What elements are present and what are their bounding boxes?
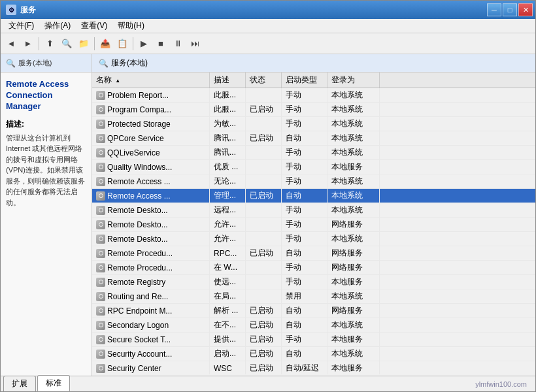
row-startup: 自动 (282, 304, 327, 318)
restart-button[interactable]: ⏭ (187, 36, 203, 52)
table-row[interactable]: Secondary Logon在不...已启动自动本地系统 (92, 318, 535, 333)
stop-button[interactable]: ■ (153, 36, 169, 52)
table-row[interactable]: Security Account...启动...已启动自动本地系统 (92, 347, 535, 361)
service-name-text: Security Center (107, 364, 161, 373)
row-status: 已启动 (246, 304, 282, 318)
service-icon (96, 91, 105, 100)
row-name-cell: RPC Endpoint M... (92, 304, 210, 318)
row-logon: 本地系统 (327, 203, 380, 217)
table-row[interactable]: QQLiveService腾讯...手动本地系统 (92, 146, 535, 160)
minimize-button[interactable]: ─ (487, 3, 501, 16)
row-logon: 本地系统 (327, 174, 380, 188)
col-desc[interactable]: 描述 (210, 73, 246, 88)
row-desc: 在局... (210, 289, 246, 303)
close-button[interactable]: ✕ (518, 3, 533, 16)
table-row[interactable]: Routing and Re...在局...禁用本地系统 (92, 289, 535, 304)
table-row[interactable]: Remote Deskto...远程...手动本地系统 (92, 203, 535, 218)
folder-button[interactable]: 📁 (76, 36, 92, 52)
row-status (246, 88, 282, 102)
table-row[interactable]: Quality Windows...优质 ...手动本地服务 (92, 160, 535, 174)
properties-button[interactable]: 📋 (114, 36, 130, 52)
search-button[interactable]: 🔍 (59, 36, 75, 52)
col-name[interactable]: 名称 ▲ (92, 73, 210, 88)
menu-action[interactable]: 操作(A) (39, 19, 76, 33)
row-status (246, 203, 282, 217)
table-row[interactable]: Remote Access ...管理...已启动自动本地系统 (92, 189, 535, 203)
row-logon: 本地系统 (327, 318, 380, 332)
forward-button[interactable]: ► (20, 36, 36, 52)
pause-button[interactable]: ⏸ (170, 36, 186, 52)
row-name-cell: Remote Deskto... (92, 203, 210, 217)
row-name-cell: Remote Procedu... (92, 246, 210, 260)
service-icon (96, 191, 105, 201)
service-icon (96, 335, 105, 344)
title-controls: ─ □ ✕ (487, 3, 533, 16)
row-startup: 手动 (282, 160, 327, 174)
table-row[interactable]: Secure Socket T...提供...已启动手动本地服务 (92, 333, 535, 347)
title-bar-left: ⚙ 服务 (6, 5, 36, 16)
window-icon: ⚙ (6, 5, 16, 15)
row-desc: 无论... (210, 174, 246, 188)
service-name-text: Remote Registry (107, 278, 165, 287)
table-row[interactable]: Remote Procedu...在 W...手动网络服务 (92, 261, 535, 275)
row-name-cell: Protected Storage (92, 117, 210, 131)
row-desc: 启动... (210, 347, 246, 361)
table-row[interactable]: Remote Procedu...RPC...已启动自动网络服务 (92, 246, 535, 261)
service-name-text: Quality Windows... (107, 163, 172, 172)
menu-file[interactable]: 文件(F) (3, 19, 39, 33)
table-row[interactable]: Problem Report...此服...手动本地系统 (92, 88, 535, 103)
table-row[interactable]: Program Compa...此服...已启动手动本地系统 (92, 103, 535, 117)
export-button[interactable]: 📤 (97, 36, 113, 52)
row-desc: 此服... (210, 88, 246, 102)
up-button[interactable]: ⬆ (42, 36, 58, 52)
row-status: 已启动 (246, 318, 282, 332)
table-row[interactable]: Remote Access ...无论...手动本地系统 (92, 174, 535, 189)
row-logon: 本地系统 (327, 189, 380, 203)
play-button[interactable]: ▶ (136, 36, 152, 52)
left-panel-title: 服务(本地) (18, 58, 52, 68)
table-row[interactable]: Protected Storage为敏...手动本地系统 (92, 117, 535, 131)
service-icon (96, 350, 105, 359)
table-row[interactable]: RPC Endpoint M...解析 ...已启动自动网络服务 (92, 304, 535, 318)
menu-bar: 文件(F) 操作(A) 查看(V) 帮助(H) (1, 19, 535, 33)
left-panel: 🔍 服务(本地) Remote Access Connection Manage… (1, 54, 92, 376)
tab-standard[interactable]: 标准 (37, 375, 70, 391)
service-name-text: Program Compa... (107, 105, 171, 114)
toolbar-separator-3 (133, 37, 133, 50)
table-row[interactable]: Remote Registry使远...手动本地服务 (92, 275, 535, 289)
tab-expand[interactable]: 扩展 (3, 376, 36, 391)
back-button[interactable]: ◄ (3, 36, 19, 52)
row-logon: 网络服务 (327, 246, 380, 260)
row-startup: 手动 (282, 174, 327, 188)
row-status (246, 261, 282, 274)
service-icon (96, 292, 105, 301)
service-icon (96, 105, 105, 114)
row-logon: 本地系统 (327, 131, 380, 145)
col-logon[interactable]: 登录为 (327, 73, 380, 88)
menu-help[interactable]: 帮助(H) (112, 19, 150, 33)
right-panel-search-icon: 🔍 (99, 59, 109, 68)
toolbar-separator-2 (94, 37, 95, 50)
row-logon: 本地系统 (327, 232, 380, 246)
table-body[interactable]: Problem Report...此服...手动本地系统Program Comp… (92, 88, 535, 374)
service-icon (96, 321, 105, 330)
service-icon (96, 220, 105, 229)
menu-view[interactable]: 查看(V) (76, 19, 112, 33)
col-startup[interactable]: 启动类型 (282, 73, 327, 88)
table-row[interactable]: Remote Deskto...允许...手动本地系统 (92, 232, 535, 246)
row-status (246, 174, 282, 188)
bottom-tabs: 扩展 标准 (1, 376, 535, 391)
row-logon: 本地服务 (327, 333, 380, 346)
row-desc: RPC... (210, 246, 246, 260)
col-status[interactable]: 状态 (246, 73, 282, 88)
table-row[interactable]: Remote Deskto...允许...手动网络服务 (92, 218, 535, 232)
table-row[interactable]: Security CenterWSC已启动自动/延迟本地服务 (92, 361, 535, 374)
service-icon (96, 278, 105, 287)
row-logon: 网络服务 (327, 218, 380, 231)
row-status (246, 232, 282, 246)
row-status (246, 275, 282, 289)
maximize-button[interactable]: □ (503, 3, 517, 16)
desc-label: 描述: (6, 119, 86, 130)
table-row[interactable]: QPCore Service腾讯...已启动自动本地系统 (92, 131, 535, 146)
row-startup: 自动 (282, 347, 327, 361)
